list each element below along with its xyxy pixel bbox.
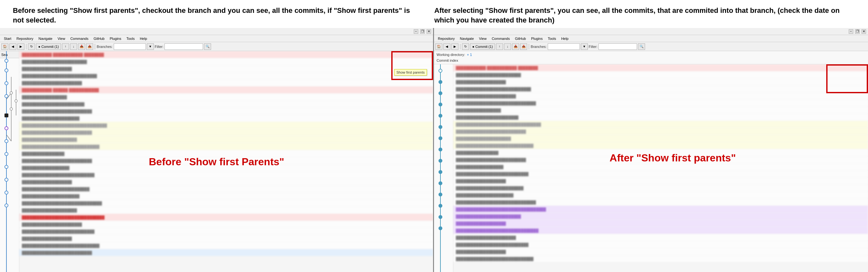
right-row-24: █████████████████████████████████ — [453, 227, 868, 234]
right-menu-tools[interactable]: Tools — [545, 36, 559, 41]
svg-point-19 — [15, 100, 17, 102]
right-tb-push[interactable]: ↑ — [496, 43, 503, 50]
right-commit-btn[interactable]: ● Commit (1) — [470, 43, 495, 50]
svg-rect-9 — [4, 114, 8, 117]
right-row-28: ███████████████████████████████ — [453, 255, 868, 262]
left-row-24: █████████████████████████████████ — [19, 214, 433, 221]
right-menu-view[interactable]: View — [476, 36, 489, 41]
left-restore-btn[interactable]: ❐ — [420, 29, 425, 34]
svg-point-23 — [439, 92, 442, 95]
right-tb-sep2 — [529, 44, 529, 50]
right-tb-sep1 — [460, 44, 460, 50]
left-tb-home[interactable]: 🏠 — [1, 43, 8, 50]
right-restore-btn[interactable]: ❐ — [855, 29, 860, 34]
svg-point-34 — [439, 215, 442, 219]
right-row-3: ████████████████████ — [453, 79, 868, 86]
right-menu-commands[interactable]: Commands — [489, 36, 513, 41]
left-commit-btn[interactable]: ● Commit (1) — [36, 43, 61, 50]
right-filter-label: Filter: — [589, 45, 598, 49]
right-toolbar: 🏠 ◀ ▶ ↻ ● Commit (1) ↑ ↓ 📥 📤 Branches: ▼… — [434, 42, 868, 51]
right-tb-home[interactable]: 🏠 — [435, 43, 442, 50]
right-row-27: ████████████████████ — [453, 248, 868, 255]
left-row-2: ██████████████████████████ — [19, 58, 433, 65]
right-row-22: ██████████████████████████ — [453, 213, 868, 220]
right-close-btn[interactable]: ✕ — [862, 29, 866, 34]
svg-line-4 — [6, 135, 11, 141]
right-row-9: ██████████████████████████████████ — [453, 121, 868, 128]
svg-point-30 — [439, 171, 442, 174]
left-branches-input[interactable] — [114, 43, 146, 50]
right-working-dir-label: Working directory: — [437, 53, 465, 57]
left-tb-pop[interactable]: 📤 — [86, 43, 93, 50]
right-row-5: ████████████████████████ — [453, 93, 868, 100]
left-branches-label: Branches: — [97, 45, 113, 49]
right-red-box — [826, 64, 868, 93]
right-filter-input[interactable] — [598, 43, 637, 50]
svg-point-32 — [439, 193, 442, 196]
left-menu-plugins[interactable]: Plugins — [107, 36, 124, 41]
svg-point-12 — [5, 152, 8, 156]
right-menu-github[interactable]: GitHub — [513, 36, 528, 41]
left-menu-commands[interactable]: Commands — [68, 36, 91, 41]
main-panels: − ❐ ✕ Start Repository Navigate View Com… — [0, 28, 868, 272]
left-toolbar: 🏠 ◀ ▶ ↻ ● Commit (1) ↑ ↓ 📥 📤 Branches: ▼… — [0, 42, 433, 51]
right-menu-plugins[interactable]: Plugins — [528, 36, 545, 41]
left-description: Before selecting "Show first parents", c… — [13, 6, 434, 25]
right-row-13: █████████████████ — [453, 149, 868, 156]
svg-point-33 — [439, 204, 442, 207]
left-filter-icon2[interactable]: 🔍 — [204, 43, 211, 50]
left-row-15: █████████████████ — [19, 150, 433, 157]
right-menu-help[interactable]: Help — [559, 36, 571, 41]
left-filter-input[interactable] — [164, 43, 203, 50]
right-row-11: ██████████████████████ — [453, 135, 868, 142]
left-tb-push[interactable]: ↑ — [62, 43, 69, 50]
left-menu-start[interactable]: Start — [1, 36, 14, 41]
left-window-chrome: − ❐ ✕ — [0, 28, 433, 35]
left-row-23: ██████████████████████ — [19, 207, 433, 214]
right-branches-label: Branches: — [531, 45, 547, 49]
right-tb-pull[interactable]: ↓ — [504, 43, 511, 50]
left-row-16: ████████████████████████████ — [19, 157, 433, 164]
left-tb-refresh[interactable]: ↻ — [28, 43, 35, 50]
right-row-14: ████████████████████████████ — [453, 156, 868, 163]
left-menu-help[interactable]: Help — [137, 36, 150, 41]
right-minimize-btn[interactable]: − — [849, 29, 853, 34]
left-search-bar: Sea — [0, 51, 19, 58]
left-tb-fwd[interactable]: ▶ — [17, 43, 24, 50]
right-filter-icon[interactable]: ▼ — [581, 43, 588, 50]
right-row-4: ██████████████████████████████ — [453, 86, 868, 93]
left-minimize-btn[interactable]: − — [414, 29, 418, 34]
right-tb-fwd[interactable]: ▶ — [451, 43, 458, 50]
right-row-23: ████████████████████ — [453, 220, 868, 227]
left-tb-pull[interactable]: ↓ — [70, 43, 77, 50]
left-menu-repository[interactable]: Repository — [14, 36, 36, 41]
left-row-3: ████████████████████ — [19, 65, 433, 72]
right-commit-index-row: Commit index — [437, 58, 865, 63]
right-description: After selecting "Show first parents", yo… — [434, 6, 855, 25]
right-commit-icon: ● — [472, 45, 474, 49]
left-menu-view[interactable]: View — [55, 36, 68, 41]
right-row-1: ████████████ ████████████ ████████ — [453, 64, 868, 71]
left-tooltip: Show first parents — [394, 69, 427, 75]
left-tb-stash[interactable]: 📥 — [78, 43, 85, 50]
left-menu-navigate[interactable]: Navigate — [36, 36, 55, 41]
left-tb-back[interactable]: ◀ — [9, 43, 17, 50]
right-menu-navigate[interactable]: Navigate — [458, 36, 476, 41]
left-commit-label: Commit (1) — [41, 45, 59, 49]
right-tb-pop[interactable]: 📤 — [520, 43, 527, 50]
right-row-19: ███████████████████████ — [453, 192, 868, 199]
right-row-26: █████████████████████████████ — [453, 241, 868, 248]
right-tb-back[interactable]: ◀ — [443, 43, 451, 50]
svg-point-14 — [5, 178, 8, 181]
right-filter-icon2[interactable]: 🔍 — [638, 43, 645, 50]
right-menu-repository[interactable]: Repository — [435, 36, 458, 41]
left-menu-github[interactable]: GitHub — [91, 36, 107, 41]
left-close-btn[interactable]: ✕ — [427, 29, 431, 34]
right-row-25: ████████████████████████ — [453, 234, 868, 241]
right-tb-refresh[interactable]: ↻ — [462, 43, 469, 50]
left-filter-icon[interactable]: ▼ — [147, 43, 154, 50]
left-menu-tools[interactable]: Tools — [124, 36, 137, 41]
left-menu-bar: Start Repository Navigate View Commands … — [0, 35, 433, 42]
right-branches-input[interactable] — [548, 43, 580, 50]
right-tb-stash[interactable]: 📥 — [512, 43, 519, 50]
